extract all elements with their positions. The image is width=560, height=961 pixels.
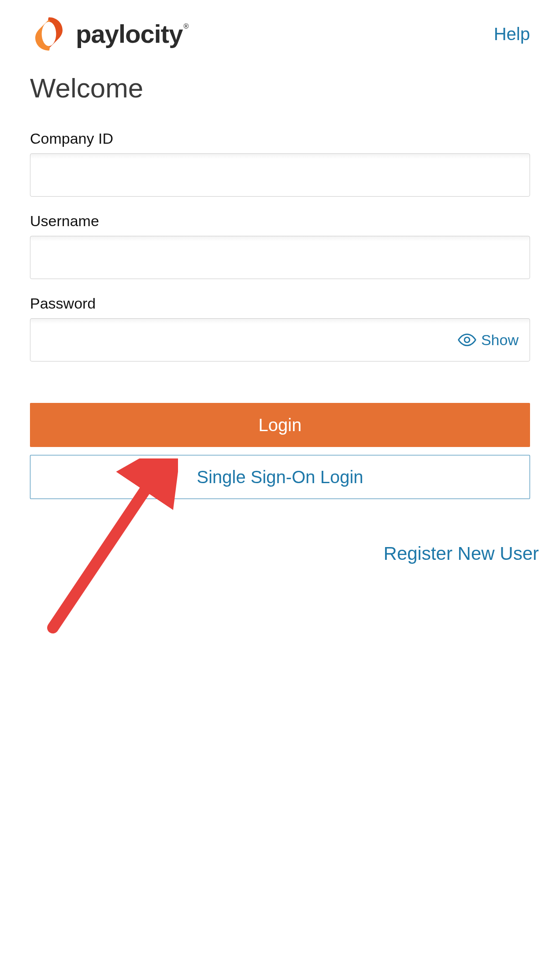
login-page: paylocity® Help Welcome Company ID Usern… [0, 0, 560, 564]
eye-icon [457, 330, 477, 350]
header: paylocity® Help [30, 15, 530, 53]
password-field-group: Password Show [30, 295, 530, 361]
brand-name: paylocity® [76, 21, 187, 47]
show-password-toggle[interactable]: Show [453, 328, 523, 352]
username-input[interactable] [30, 236, 530, 279]
company-id-label: Company ID [30, 130, 530, 147]
username-field-group: Username [30, 212, 530, 279]
paylocity-logo-icon [30, 15, 68, 53]
username-label: Username [30, 212, 530, 230]
svg-point-1 [464, 337, 470, 343]
page-title: Welcome [30, 72, 530, 104]
sso-button[interactable]: Single Sign-On Login [30, 455, 530, 499]
company-id-input[interactable] [30, 153, 530, 197]
help-link[interactable]: Help [494, 24, 530, 44]
brand-logo: paylocity® [30, 15, 187, 53]
svg-point-0 [42, 22, 56, 46]
login-button[interactable]: Login [30, 403, 530, 447]
password-label: Password [30, 295, 530, 312]
show-password-label: Show [481, 332, 519, 349]
company-id-field-group: Company ID [30, 130, 530, 197]
register-new-user-link[interactable]: Register New User [384, 543, 539, 564]
password-input-wrap: Show [30, 318, 530, 361]
